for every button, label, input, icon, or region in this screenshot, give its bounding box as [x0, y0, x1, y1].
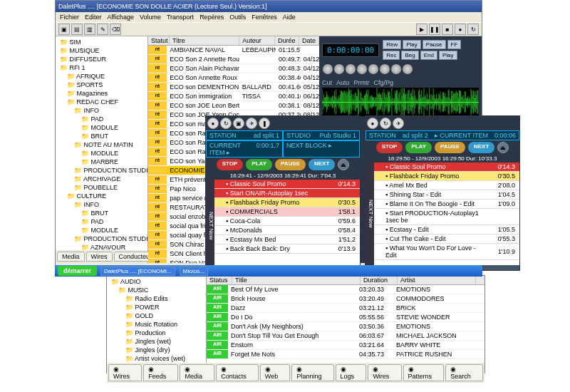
grid-row[interactable]: ré ECO Son 2 Annette Roux… 00:49.7204/12: [148, 55, 319, 64]
tree-node[interactable]: 📁 REDAC CHEF: [57, 98, 146, 106]
onair-btn[interactable]: ✈: [246, 118, 257, 129]
playlist-item[interactable]: ▪ McDonalds0'58.4: [214, 226, 360, 235]
start-button[interactable]: démarrer: [58, 266, 97, 276]
tree-node[interactable]: 📁 GOLD: [108, 311, 204, 320]
tab[interactable]: ◉ Search: [445, 364, 483, 381]
playlist-item[interactable]: ▪ What You Won't Do For Love - Edit1'10.…: [374, 244, 519, 260]
col-header[interactable]: Status: [207, 276, 232, 284]
col-header[interactable]: Artist: [398, 276, 476, 284]
grid-row[interactable]: ré ECO son JOE Leon Bertra… 00:38.1108/1…: [148, 101, 319, 110]
col-header[interactable]: Duration: [361, 276, 398, 284]
tree-node[interactable]: 📁 CULTURE: [57, 192, 146, 200]
grid-row[interactable]: ré ECO Son Alain Pichavant 00:48.3304/12: [148, 64, 319, 73]
grid-row[interactable]: AIRBest Of My Love03:20.33EMOTIONS: [207, 285, 484, 294]
onair-btn[interactable]: ✈: [393, 118, 404, 129]
player-ff-button[interactable]: FF: [447, 40, 462, 49]
next-button[interactable]: NEXT: [309, 159, 335, 170]
playlist-item[interactable]: ▪ Back Back Back: Dry0'13.9: [214, 244, 360, 254]
grid-row[interactable]: AIRForget Me Nots04:35.73PATRICE RUSHEN: [207, 350, 484, 359]
tab[interactable]: Media: [57, 252, 85, 262]
task-item[interactable]: DaletPlus .... [ECONOMI...: [100, 267, 175, 276]
knob[interactable]: [391, 64, 401, 74]
tab[interactable]: Wires: [86, 252, 113, 262]
tree-node[interactable]: 📁 Magazines: [57, 89, 146, 98]
tab[interactable]: ◉ Contacts: [216, 364, 259, 381]
player-play-button[interactable]: Play: [403, 40, 421, 49]
eject-icon[interactable]: ⏏: [497, 142, 509, 153]
tree-node[interactable]: 📁 Radio Edits: [108, 294, 204, 303]
stop-icon[interactable]: ■: [442, 24, 453, 35]
tree-node[interactable]: 📁 Jingles (wet): [108, 337, 204, 346]
grid-row[interactable]: AIREnstorn03:21.64BARRY WHITE: [207, 341, 484, 350]
tree-node[interactable]: 📁 INFO: [57, 106, 146, 115]
station-field[interactable]: STATIONad split 1: [206, 130, 283, 140]
tree-node[interactable]: 📁 PAD: [57, 115, 146, 123]
tab[interactable]: ◉ Wires: [108, 364, 142, 381]
tab[interactable]: ◉ Feeds: [143, 364, 178, 381]
player-pause-button[interactable]: Pause: [423, 40, 446, 49]
knob[interactable]: [323, 64, 333, 74]
grid-row[interactable]: ré AMBIANCE NAVALLEBEAUPIN marc 01:15.57: [148, 46, 319, 55]
player-rec-button[interactable]: Rec: [383, 51, 400, 60]
grid-row[interactable]: ré ECO son DEMENTHON so…BALLARD 00:41.60…: [148, 83, 319, 92]
tree-node[interactable]: 📁 AFRIQUE: [57, 72, 146, 81]
player-opt[interactable]: Auto: [336, 79, 350, 86]
tree-node[interactable]: 📁 BRUT: [57, 209, 146, 217]
tool-btn[interactable]: ▣: [58, 24, 70, 35]
tab[interactable]: ◉ Logs: [336, 364, 367, 381]
playlist-item[interactable]: ▪ Ecstasy Mx Bed1'51.2: [214, 235, 360, 244]
onair-btn[interactable]: ↻: [220, 118, 232, 129]
menu-item[interactable]: Editer: [85, 14, 102, 21]
playlist-item[interactable]: ▪ Blame It On The Boogie - Edit1'09.0: [374, 200, 519, 209]
knob[interactable]: [357, 64, 367, 74]
playlist-item[interactable]: ▪ Ecstasy - Edit1'05.5: [374, 225, 519, 234]
tree-node[interactable]: 📁 Artist voices (wet): [108, 354, 204, 363]
tree-node[interactable]: 📁 MUSIQUE: [57, 46, 146, 55]
knob[interactable]: [346, 64, 356, 74]
tab[interactable]: ◉ Media: [180, 364, 214, 381]
tree-node[interactable]: 📁 MODULE: [57, 226, 146, 234]
tab[interactable]: ◉ Planning: [291, 364, 333, 381]
col-header[interactable]: Statut: [148, 36, 170, 45]
tree-node[interactable]: 📁 SPORTS: [57, 81, 146, 89]
playlist-item[interactable]: ▪ COMMERCIALS1'58.1: [214, 207, 360, 217]
player-end-button[interactable]: End: [420, 51, 437, 60]
grid-row[interactable]: AIRDazz03:21.12BRICK: [207, 304, 484, 313]
playlist-item[interactable]: ▪ Amel Mx Bed2'08.0: [374, 181, 519, 190]
playlist-item[interactable]: ▪ Flashback Friday Promo0'30.5: [214, 198, 360, 207]
knob[interactable]: [380, 64, 390, 74]
player-opt[interactable]: Cfg/Pg: [374, 79, 394, 86]
play-button[interactable]: PLAY: [405, 142, 432, 153]
onair-btn[interactable]: ↻: [380, 118, 391, 129]
tree-node[interactable]: 📁 NOTE AU MATIN: [57, 140, 146, 149]
grid-row[interactable]: AIRDon't Ask (My Neighbors)03:50.36EMOTI…: [207, 322, 484, 331]
col-header[interactable]: Auteur: [239, 36, 275, 45]
play-icon[interactable]: ▶: [416, 24, 428, 35]
tab[interactable]: ◉ Wires: [368, 364, 401, 381]
tree-node[interactable]: 📁 AZNAVOUR: [57, 243, 146, 250]
pause-icon[interactable]: ❚❚: [429, 24, 440, 35]
tree-node[interactable]: 📁 SIM: [57, 38, 146, 46]
rec-icon[interactable]: ●: [455, 24, 466, 35]
menu-item[interactable]: Transport: [167, 14, 194, 21]
menu-item[interactable]: Volume: [140, 14, 161, 21]
menu-item[interactable]: Repères: [200, 14, 224, 21]
grid-row[interactable]: ré ECO Son Annette Roux s… 00:38.4004/12: [148, 73, 319, 83]
onair-btn[interactable]: ●: [207, 118, 219, 129]
menu-item[interactable]: Affichage: [108, 14, 134, 21]
tree-node[interactable]: 📁 MUSIC: [108, 286, 204, 294]
menu-item[interactable]: Outils: [229, 14, 246, 21]
menu-item[interactable]: Fenêtres: [252, 14, 277, 21]
playlist-item[interactable]: ▪ Start PRODUCTION-Autoplay1 1sec be: [374, 209, 519, 225]
tree-node[interactable]: 📁 AUDIO: [108, 277, 204, 286]
station-field-2[interactable]: STATIONad split 2▸ CURRENT ITEM0:00:06: [366, 130, 519, 140]
grid-row[interactable]: AIRDo I Do05:55.56STEVIE WONDER: [207, 313, 484, 322]
browser-tree[interactable]: 📁 AUDIO📁 MUSIC📁 Radio Edits📁 POWER📁 GOLD…: [107, 276, 207, 363]
tab[interactable]: ◉ Patterns: [403, 364, 445, 381]
eject-icon[interactable]: ⏏: [338, 159, 349, 170]
col-header[interactable]: Title: [232, 276, 361, 284]
player-opt[interactable]: Cut: [322, 79, 332, 86]
tree-node[interactable]: 📁 BRUT: [57, 132, 146, 140]
tree-node[interactable]: 📁 Music Rotation: [108, 320, 204, 329]
tree-node[interactable]: 📁 ARCHIVAGE: [57, 175, 146, 183]
